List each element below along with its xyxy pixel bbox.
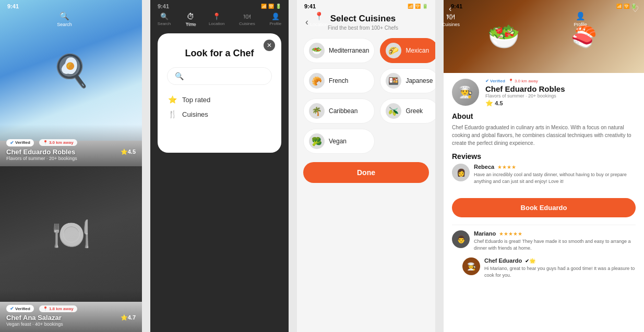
chef-card-2[interactable]: ✔ Verified 📍 1.8 km away Chef Ana Salaza…: [0, 166, 142, 333]
chef-name-1: Chef Eduardo Robles: [6, 148, 75, 156]
chef-subtitle-1: Flavors of summer · 20+ bookings: [6, 156, 136, 161]
review-rebeca: 👩 Rebeca ★★★★ Have an incredibly cool an…: [452, 164, 636, 185]
option-cuisines[interactable]: 🍴 Cuisines: [167, 107, 272, 121]
cuisine-french[interactable]: 🥐 French: [303, 68, 375, 93]
profile-rating: ⭐ 4.5: [485, 100, 636, 107]
book-button[interactable]: Book Eduardo: [452, 198, 636, 217]
fork-icon: 🍴: [168, 110, 177, 118]
cuisine-grid: 🥗 Mediterranean 🌮 Mexican 🥐 French 🍱 Jap…: [297, 38, 435, 154]
chef-avatar: 👨‍🍳: [452, 79, 479, 106]
star-icon: ⭐: [168, 95, 177, 104]
status-time-1: 9:41: [7, 3, 19, 9]
search-icon-red: 🔍: [175, 72, 184, 80]
cuisine-thumb-caribbean: 🌴: [309, 103, 325, 119]
cuisine-mexican[interactable]: 🌮 Mexican: [380, 38, 435, 63]
reviews-section: Reviews 👩 Rebeca ★★★★ Have an incredibly…: [444, 152, 644, 196]
reviews-title: Reviews: [452, 152, 636, 161]
time-icon: ⏱: [187, 12, 195, 21]
profile-verified-badge: ✔ Verified: [485, 79, 505, 83]
modal-title: Look for a Chef: [167, 48, 272, 59]
search-icon: 🔍: [59, 11, 69, 21]
phone4-profile: 9:41 📶🛜🔋 ‹ ♡ 👨‍🍳 ✔ Verified 📍 3.0 km awa…: [444, 0, 644, 332]
nav-profile[interactable]: 👤 Profile: [574, 11, 587, 27]
review-avatar-chef: 👨‍🍳: [462, 257, 480, 275]
about-title: About: [452, 112, 636, 120]
divider-1: [452, 225, 636, 225]
review-avatar-rebeca: 👩: [452, 164, 470, 181]
status-bar-3: 9:41 📶🛜🔋: [297, 0, 435, 10]
distance-badge-1: 📍 3.0 km away: [39, 139, 77, 146]
cuisine-vegan[interactable]: 🥦 Vegan: [303, 129, 375, 154]
verified-badge-2: ✔ Verified: [6, 305, 34, 312]
status-bar-4: 9:41 📶🛜🔋: [444, 0, 644, 10]
cuisines-icon: 🍽: [447, 12, 455, 21]
nav-cuisines[interactable]: 🍽 Cuisines: [442, 12, 460, 27]
done-button[interactable]: Done: [303, 162, 429, 183]
verified-badge-1: ✔ Verified: [6, 139, 34, 146]
review-stars-mariano: ★★★★★: [499, 231, 522, 237]
cuisine-thumb-french: 🥐: [309, 73, 325, 89]
cuisine-mediterranean[interactable]: 🥗 Mediterranean: [303, 38, 375, 63]
cuisine-thumb-japanese: 🍱: [386, 73, 401, 89]
modal-close-button[interactable]: ✕: [264, 40, 275, 51]
location-icon: 📍: [314, 11, 324, 21]
cuisine-thumb-greek: 🫒: [386, 103, 401, 119]
review-chef-reply: 👨‍🍳 Chef Eduardo ✔🌟 Hi Mariano, great to…: [452, 257, 636, 278]
review-mariano: 👨 Mariano ★★★★★ Chef Eduardo is great! T…: [452, 230, 636, 251]
phone1-chef-list: 9:41 📶🛜🔋 🔍 Search ⏱ Time 📍 Location 🍽 Cu…: [0, 0, 142, 332]
cuisine-caribbean[interactable]: 🌴 Caribbean: [303, 99, 375, 124]
chef-subtitle-2: Vegan feast · 40+ bookings: [6, 322, 136, 327]
review-text-mariano: Chef Eduardo is great! They have made it…: [474, 238, 636, 251]
profile-chef-tagline: Flavors of summer · 20+ bookings: [485, 93, 636, 99]
search-box[interactable]: 🔍: [167, 67, 272, 85]
nav-time[interactable]: ⏱ Time: [186, 12, 196, 27]
reviewer-name-rebeca: Rebeca: [474, 164, 494, 170]
phone3-cuisines: 9:41 📶🛜🔋 ‹ Select Cuisines Find the best…: [297, 0, 435, 332]
status-bar-2: 9:41 📶🛜🔋: [150, 0, 289, 10]
profile-chef-name: Chef Eduardo Robles: [485, 84, 636, 93]
cuisine-thumb-vegan: 🥦: [309, 133, 325, 149]
chef-rating-1: ⭐4.5: [121, 149, 136, 155]
profile-icon: 👤: [576, 11, 586, 21]
profile-distance-badge: 📍 3.0 km away: [508, 79, 538, 83]
review-avatar-mariano: 👨: [452, 230, 470, 248]
cuisine-thumb-mexican: 🌮: [386, 43, 401, 58]
search-modal-card: ✕ Look for a Chef 🔍 ⭐ Top rated 🍴 Cuisin…: [158, 33, 281, 153]
reviews-section-2: 👨 Mariano ★★★★★ Chef Eduardo is great! T…: [444, 230, 644, 290]
about-text: Chef Eduardo graduated in culinary arts …: [452, 124, 636, 147]
nav-search[interactable]: 🔍 Search: [57, 11, 72, 27]
option-top-rated[interactable]: ⭐ Top rated: [167, 92, 272, 107]
review-text-chef: Hi Mariano, great to hear you guys had a…: [484, 265, 636, 278]
distance-badge-2: 📍 1.8 km away: [39, 305, 77, 312]
chef-rating-2: ⭐4.7: [121, 314, 136, 321]
nav-location[interactable]: 📍 Location: [310, 11, 328, 27]
chef-name-2: Chef Ana Salazar: [6, 314, 62, 322]
phone2-search: 9:41 📶🛜🔋 🔍Search ⏱Time 📍Location 🍽Cuisin…: [150, 0, 289, 332]
cuisine-japanese[interactable]: 🍱 Japanese: [380, 68, 435, 93]
profile-info-card: 👨‍🍳 ✔ Verified 📍 3.0 km away Chef Eduard…: [444, 72, 644, 112]
cuisine-greek[interactable]: 🫒 Greek: [380, 99, 435, 124]
reviewer-name-chef: Chef Eduardo: [484, 257, 522, 264]
about-section: About Chef Eduardo graduated in culinary…: [444, 112, 644, 152]
reviewer-name-mariano: Mariano: [474, 230, 496, 237]
review-stars-rebeca: ★★★★: [497, 164, 516, 170]
review-text-rebeca: Have an incredibly cool and tasty dinner…: [474, 171, 636, 185]
cuisine-thumb-mediterranean: 🥗: [309, 43, 325, 58]
